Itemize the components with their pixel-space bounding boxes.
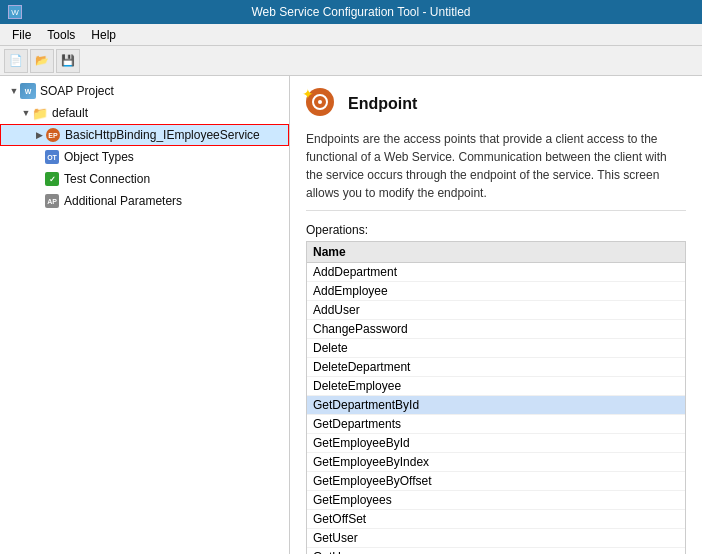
arrow-default: ▼ [20, 107, 32, 119]
label-test-connection: Test Connection [64, 172, 150, 186]
operations-row[interactable]: Delete [307, 339, 685, 358]
toolbar: 📄 📂 💾 [0, 46, 702, 76]
operations-row[interactable]: GetEmployees [307, 491, 685, 510]
app-icon: W [8, 5, 22, 19]
endpoint-title: Endpoint [348, 95, 417, 113]
icon-basic-http: EP [45, 127, 61, 143]
endpoint-header: ✦ Endpoint [306, 88, 686, 120]
tree-item-soap-project[interactable]: ▼ W SOAP Project [0, 80, 289, 102]
icon-soap-project: W [20, 83, 36, 99]
menu-file[interactable]: File [4, 26, 39, 44]
arrow-test-connection [32, 173, 44, 185]
svg-text:OT: OT [47, 154, 57, 161]
icon-test-connection: ✓ [44, 171, 60, 187]
svg-point-9 [318, 100, 322, 104]
svg-text:AP: AP [47, 198, 57, 205]
operations-row[interactable]: AddEmployee [307, 282, 685, 301]
title-bar-text: Web Service Configuration Tool - Untitle… [28, 5, 694, 19]
label-default: default [52, 106, 88, 120]
title-bar: W Web Service Configuration Tool - Untit… [0, 0, 702, 24]
operations-row[interactable]: GetDepartments [307, 415, 685, 434]
operations-list: AddDepartmentAddEmployeeAddUserChangePas… [307, 263, 685, 554]
operations-row[interactable]: GetUser [307, 529, 685, 548]
endpoint-spark-icon: ✦ [302, 86, 314, 102]
svg-text:✓: ✓ [49, 175, 56, 184]
main-container: ▼ W SOAP Project ▼ 📁 default ▶ EP BasicH… [0, 76, 702, 554]
operations-table: Name AddDepartmentAddEmployeeAddUserChan… [306, 241, 686, 554]
icon-additional-params: AP [44, 193, 60, 209]
operations-row[interactable]: GetUsers [307, 548, 685, 554]
label-soap-project: SOAP Project [40, 84, 114, 98]
tree-item-additional-params[interactable]: AP Additional Parameters [0, 190, 289, 212]
menu-tools[interactable]: Tools [39, 26, 83, 44]
operations-row[interactable]: GetEmployeeById [307, 434, 685, 453]
tree-item-object-types[interactable]: OT Object Types [0, 146, 289, 168]
label-basic-http: BasicHttpBinding_IEmployeeService [65, 128, 260, 142]
svg-text:EP: EP [48, 132, 58, 139]
operations-row[interactable]: ChangePassword [307, 320, 685, 339]
label-additional-params: Additional Parameters [64, 194, 182, 208]
arrow-soap-project: ▼ [8, 85, 20, 97]
operations-header: Name [307, 242, 685, 263]
open-button[interactable]: 📂 [30, 49, 54, 73]
operations-row[interactable]: GetOffSet [307, 510, 685, 529]
left-panel: ▼ W SOAP Project ▼ 📁 default ▶ EP BasicH… [0, 76, 290, 554]
operations-row[interactable]: AddUser [307, 301, 685, 320]
icon-default-folder: 📁 [32, 105, 48, 121]
icon-object-types: OT [44, 149, 60, 165]
operations-label: Operations: [306, 223, 686, 237]
endpoint-icon: ✦ [306, 88, 338, 120]
label-object-types: Object Types [64, 150, 134, 164]
operations-row[interactable]: DeleteDepartment [307, 358, 685, 377]
operations-row[interactable]: DeleteEmployee [307, 377, 685, 396]
arrow-basic-http: ▶ [33, 129, 45, 141]
menu-help[interactable]: Help [83, 26, 124, 44]
new-button[interactable]: 📄 [4, 49, 28, 73]
save-button[interactable]: 💾 [56, 49, 80, 73]
endpoint-description: Endpoints are the access points that pro… [306, 130, 686, 211]
tree-item-basic-http[interactable]: ▶ EP BasicHttpBinding_IEmployeeService [0, 124, 289, 146]
menu-bar: File Tools Help [0, 24, 702, 46]
operations-row[interactable]: GetDepartmentById [307, 396, 685, 415]
right-panel: ✦ Endpoint Endpoints are the access poin… [290, 76, 702, 554]
operations-row[interactable]: AddDepartment [307, 263, 685, 282]
arrow-additional-params [32, 195, 44, 207]
tree-item-test-connection[interactable]: ✓ Test Connection [0, 168, 289, 190]
arrow-object-types [32, 151, 44, 163]
operations-row[interactable]: GetEmployeeByIndex [307, 453, 685, 472]
tree-item-default[interactable]: ▼ 📁 default [0, 102, 289, 124]
operations-row[interactable]: GetEmployeeByOffset [307, 472, 685, 491]
